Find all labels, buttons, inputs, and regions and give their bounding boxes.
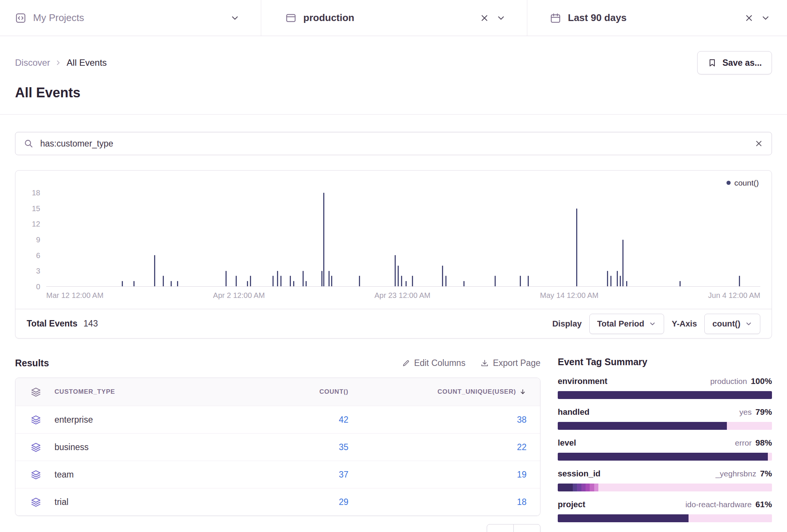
pagination <box>15 524 540 532</box>
tag-name: session_id <box>558 469 601 479</box>
results-title: Results <box>15 358 49 369</box>
yaxis-label: Y-Axis <box>672 319 697 329</box>
tag-block-level: level error 98% <box>558 438 772 461</box>
sort-desc-icon <box>519 388 527 396</box>
stack-icon <box>30 387 41 397</box>
table-row[interactable]: trial 29 18 <box>15 488 540 515</box>
chevron-down-icon <box>649 320 656 328</box>
tag-distribution-bar[interactable] <box>558 484 772 491</box>
tag-distribution-bar[interactable] <box>558 391 772 399</box>
breadcrumb-current: All Events <box>67 57 107 68</box>
clear-search-icon[interactable] <box>754 139 763 148</box>
chevron-right-icon <box>522 530 531 532</box>
tag-percent: 7% <box>760 469 772 479</box>
cell-count-link[interactable]: 42 <box>339 415 348 425</box>
chevron-down-icon <box>745 320 752 328</box>
export-page-button[interactable]: Export Page <box>480 358 540 368</box>
breadcrumb: Discover All Events <box>15 57 107 68</box>
legend-dot-icon <box>726 181 731 185</box>
tag-name: handled <box>558 407 589 417</box>
chart-legend[interactable]: count() <box>27 178 760 187</box>
events-chart-panel: count() 1815129630 Mar 12 12:00 AMApr 2 … <box>15 170 772 339</box>
chevron-down-icon[interactable] <box>761 13 770 23</box>
cell-count-unique-link[interactable]: 38 <box>517 415 527 425</box>
edit-columns-button[interactable]: Edit Columns <box>402 358 466 368</box>
window-icon <box>285 12 297 24</box>
event-tag-summary: Event Tag Summary environment production… <box>558 357 772 530</box>
stack-icon <box>30 414 41 425</box>
chart-plot[interactable] <box>46 193 760 287</box>
table-row[interactable]: enterprise 42 38 <box>15 406 540 433</box>
cell-count-unique-link[interactable]: 19 <box>517 470 527 480</box>
tag-name: environment <box>558 376 607 386</box>
search-input[interactable] <box>40 139 748 149</box>
display-select[interactable]: Total Period <box>589 314 664 334</box>
tag-summary-title: Event Tag Summary <box>558 357 772 367</box>
environment-filter[interactable]: production <box>261 0 527 36</box>
yaxis-select[interactable]: count() <box>704 314 760 334</box>
calendar-icon <box>550 12 561 24</box>
cell-count-unique-link[interactable]: 18 <box>517 497 527 507</box>
legend-label: count() <box>734 178 759 187</box>
date-range-label: Last 90 days <box>568 12 627 24</box>
tag-name: level <box>558 438 576 448</box>
search-bar <box>15 132 772 155</box>
cell-count-link[interactable]: 29 <box>339 497 348 507</box>
global-filter-bar: My Projects production Last 90 days <box>0 0 787 36</box>
tag-block-environment: environment production 100% <box>558 376 772 399</box>
chevron-right-icon <box>54 59 62 66</box>
environment-filter-label: production <box>303 12 354 24</box>
display-label: Display <box>552 319 581 329</box>
project-selector-label: My Projects <box>33 12 84 24</box>
cell-count-link[interactable]: 35 <box>339 442 348 452</box>
chevron-down-icon[interactable] <box>496 13 506 23</box>
chart-y-axis: 1815129630 <box>27 193 46 287</box>
tag-block-project: project ido-react-hardware 61% <box>558 500 772 522</box>
page-header: Discover All Events Save as... All Event… <box>0 36 787 115</box>
tag-top-value: error <box>735 438 752 447</box>
results-section: Results Edit Columns Export Page <box>15 357 540 532</box>
table-row[interactable]: business 35 22 <box>15 433 540 461</box>
next-page-button[interactable] <box>513 524 540 532</box>
previous-page-button[interactable] <box>487 524 514 532</box>
clear-environment-icon[interactable] <box>480 13 489 23</box>
chart-x-axis: Mar 12 12:00 AMApr 2 12:00 AMApr 23 12:0… <box>46 291 760 300</box>
total-events-label: Total Events <box>27 319 77 329</box>
results-table: CUSTOMER_TYPE COUNT() COUNT_UNIQUE(USER)… <box>15 378 540 516</box>
cell-customer-type: team <box>54 470 228 480</box>
save-as-button[interactable]: Save as... <box>697 51 772 74</box>
stack-icon <box>30 497 41 508</box>
tag-percent: 79% <box>755 407 772 417</box>
cell-customer-type: enterprise <box>54 415 228 425</box>
page-title: All Events <box>15 85 772 101</box>
cell-customer-type: business <box>54 442 228 452</box>
tag-distribution-bar[interactable] <box>558 453 772 461</box>
chevron-down-icon[interactable] <box>230 13 240 23</box>
tag-percent: 98% <box>755 438 772 448</box>
stack-icon <box>30 442 41 453</box>
save-as-label: Save as... <box>722 58 762 68</box>
clear-date-icon[interactable] <box>744 13 754 23</box>
search-icon <box>24 139 33 148</box>
bookmark-icon <box>707 58 717 68</box>
breadcrumb-discover-link[interactable]: Discover <box>15 57 50 68</box>
cell-count-link[interactable]: 37 <box>339 470 348 480</box>
yaxis-select-value: count() <box>712 319 740 329</box>
tag-top-value: yes <box>739 408 752 417</box>
column-header-count[interactable]: COUNT() <box>228 388 348 396</box>
tag-name: project <box>558 500 585 509</box>
projects-icon <box>15 12 26 24</box>
project-selector[interactable]: My Projects <box>0 0 261 36</box>
tag-distribution-bar[interactable] <box>558 514 772 522</box>
column-header-count-unique-label: COUNT_UNIQUE(USER) <box>437 388 516 396</box>
tag-distribution-bar[interactable] <box>558 422 772 430</box>
column-header-count-unique[interactable]: COUNT_UNIQUE(USER) <box>348 388 540 396</box>
pencil-icon <box>402 359 410 367</box>
cell-count-unique-link[interactable]: 22 <box>517 442 527 452</box>
tag-percent: 100% <box>751 376 772 386</box>
tag-top-value: production <box>710 377 747 386</box>
tag-block-handled: handled yes 79% <box>558 407 772 430</box>
column-header-customer-type[interactable]: CUSTOMER_TYPE <box>54 388 228 396</box>
date-range-filter[interactable]: Last 90 days <box>527 0 787 36</box>
table-row[interactable]: team 37 19 <box>15 461 540 488</box>
